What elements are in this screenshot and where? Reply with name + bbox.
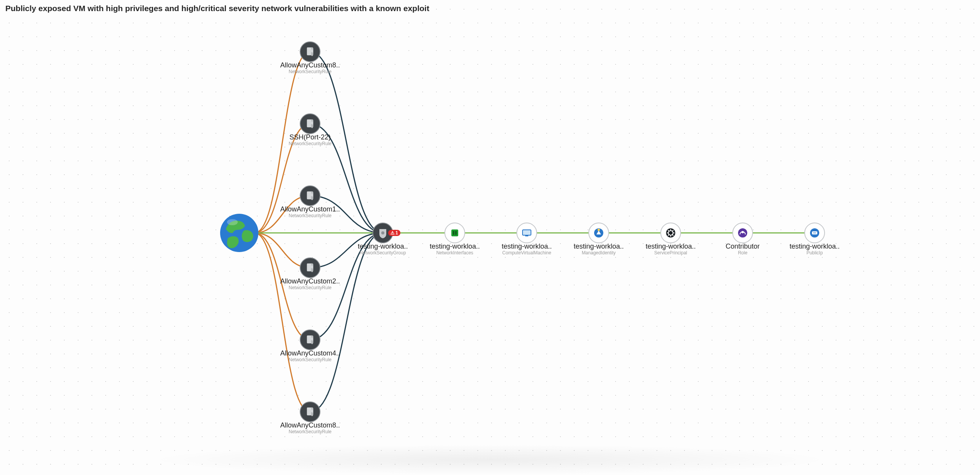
- alert-icon: ⚠: [390, 230, 395, 236]
- svg-point-0: [220, 214, 258, 252]
- graph-edge: [255, 52, 310, 233]
- graph-edge: [255, 233, 310, 412]
- graph-canvas[interactable]: [0, 0, 980, 475]
- svg-rect-24: [453, 231, 454, 235]
- vm-node[interactable]: [517, 223, 537, 243]
- graph-edge: [310, 233, 383, 268]
- internet-globe-node[interactable]: [220, 214, 258, 252]
- svg-rect-25: [455, 231, 457, 235]
- ni-node[interactable]: [445, 223, 465, 243]
- network-security-rule-node[interactable]: [300, 258, 320, 278]
- mi-node[interactable]: [589, 223, 609, 243]
- pip-node[interactable]: [805, 223, 825, 243]
- svg-rect-27: [523, 230, 531, 235]
- graph-edge: [310, 52, 383, 233]
- network-security-rule-node[interactable]: [300, 42, 320, 62]
- network-security-rule-node[interactable]: [300, 186, 320, 206]
- svg-point-31: [598, 229, 600, 231]
- svg-point-1: [227, 219, 238, 225]
- svg-point-45: [742, 231, 744, 233]
- svg-point-21: [381, 231, 384, 234]
- network-security-rule-node[interactable]: [300, 402, 320, 422]
- network-security-rule-node[interactable]: [300, 114, 320, 134]
- diagram-title: Publicly exposed VM with high privileges…: [5, 4, 429, 13]
- alert-count-badge[interactable]: ⚠1: [388, 230, 400, 236]
- sp-node[interactable]: [661, 223, 681, 243]
- role-node[interactable]: [733, 223, 753, 243]
- svg-rect-28: [525, 235, 528, 236]
- svg-rect-23: [451, 229, 458, 236]
- network-security-rule-node[interactable]: [300, 330, 320, 350]
- graph-edge: [310, 233, 383, 412]
